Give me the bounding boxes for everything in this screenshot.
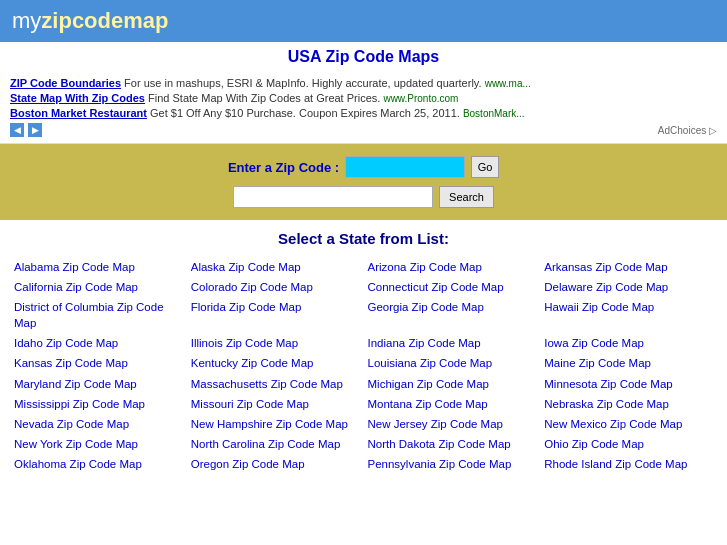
ad-next-button[interactable]: ▶ (28, 123, 42, 137)
state-link[interactable]: Oklahoma Zip Code Map (14, 456, 183, 472)
go-button[interactable]: Go (471, 156, 499, 178)
ad-desc-3: Get $1 Off Any $10 Purchase. Coupon Expi… (150, 107, 460, 119)
state-link[interactable]: Montana Zip Code Map (368, 396, 537, 412)
state-link[interactable]: Missouri Zip Code Map (191, 396, 360, 412)
main-content: Select a State from List: Alabama Zip Co… (0, 220, 727, 482)
state-link[interactable]: Nevada Zip Code Map (14, 416, 183, 432)
state-grid: Alabama Zip Code MapAlaska Zip Code MapA… (14, 259, 713, 472)
ad-area: ZIP Code Boundaries For use in mashups, … (0, 68, 727, 144)
state-link[interactable]: North Carolina Zip Code Map (191, 436, 360, 452)
state-link[interactable]: Maine Zip Code Map (544, 355, 713, 371)
logo-my: my (12, 8, 41, 33)
state-link[interactable]: Georgia Zip Code Map (368, 299, 537, 331)
search-input[interactable] (233, 186, 433, 208)
ad-desc-2: Find State Map With Zip Codes at Great P… (148, 92, 380, 104)
state-link[interactable]: Illinois Zip Code Map (191, 335, 360, 351)
page-title: USA Zip Code Maps (288, 48, 439, 65)
state-link[interactable]: Pennsylvania Zip Code Map (368, 456, 537, 472)
state-link[interactable]: Arkansas Zip Code Map (544, 259, 713, 275)
header: myzipcodemap (0, 0, 727, 42)
state-link[interactable]: Connecticut Zip Code Map (368, 279, 537, 295)
ad-desc-1: For use in mashups, ESRI & MapInfo. High… (124, 77, 481, 89)
zip-input[interactable] (345, 156, 465, 178)
state-link[interactable]: Massachusetts Zip Code Map (191, 376, 360, 392)
state-link[interactable]: Alabama Zip Code Map (14, 259, 183, 275)
state-link[interactable]: Louisiana Zip Code Map (368, 355, 537, 371)
state-link[interactable]: Mississippi Zip Code Map (14, 396, 183, 412)
ad-url-1: www.ma... (485, 78, 531, 89)
ad-row-3: Boston Market Restaurant Get $1 Off Any … (10, 107, 717, 119)
search-area: Enter a Zip Code : Go Search (0, 144, 727, 220)
state-link[interactable]: Maryland Zip Code Map (14, 376, 183, 392)
zip-row: Enter a Zip Code : Go (10, 156, 717, 178)
state-link[interactable]: Iowa Zip Code Map (544, 335, 713, 351)
state-link[interactable]: Rhode Island Zip Code Map (544, 456, 713, 472)
state-link[interactable]: California Zip Code Map (14, 279, 183, 295)
state-link[interactable]: Kentucky Zip Code Map (191, 355, 360, 371)
ad-row-1: ZIP Code Boundaries For use in mashups, … (10, 77, 717, 89)
ad-url-3: BostonMark... (463, 108, 525, 119)
ad-link-1[interactable]: ZIP Code Boundaries (10, 77, 121, 89)
ad-row-2: State Map With Zip Codes Find State Map … (10, 92, 717, 104)
state-link[interactable]: Alaska Zip Code Map (191, 259, 360, 275)
state-link[interactable]: Michigan Zip Code Map (368, 376, 537, 392)
state-link[interactable]: Nebraska Zip Code Map (544, 396, 713, 412)
logo-zip: zipcodemap (41, 8, 168, 33)
ad-link-3[interactable]: Boston Market Restaurant (10, 107, 147, 119)
state-link[interactable]: North Dakota Zip Code Map (368, 436, 537, 452)
zip-label: Enter a Zip Code : (228, 160, 339, 175)
section-title: Select a State from List: (14, 230, 713, 247)
state-link[interactable]: New York Zip Code Map (14, 436, 183, 452)
state-link[interactable]: Idaho Zip Code Map (14, 335, 183, 351)
state-link[interactable]: Ohio Zip Code Map (544, 436, 713, 452)
state-link[interactable]: Florida Zip Code Map (191, 299, 360, 331)
state-link[interactable]: New Jersey Zip Code Map (368, 416, 537, 432)
state-link[interactable]: New Mexico Zip Code Map (544, 416, 713, 432)
state-link[interactable]: Arizona Zip Code Map (368, 259, 537, 275)
state-link[interactable]: District of Columbia Zip Code Map (14, 299, 183, 331)
state-link[interactable]: Minnesota Zip Code Map (544, 376, 713, 392)
logo: myzipcodemap (12, 8, 168, 33)
state-link[interactable]: Kansas Zip Code Map (14, 355, 183, 371)
search-row: Search (10, 186, 717, 208)
ad-navigation: ◀ ▶ AdChoices ▷ (10, 123, 717, 137)
ad-url-2: www.Pronto.com (383, 93, 458, 104)
state-link[interactable]: Delaware Zip Code Map (544, 279, 713, 295)
state-link[interactable]: Indiana Zip Code Map (368, 335, 537, 351)
state-link[interactable]: New Hampshire Zip Code Map (191, 416, 360, 432)
ad-link-2[interactable]: State Map With Zip Codes (10, 92, 145, 104)
state-link[interactable]: Hawaii Zip Code Map (544, 299, 713, 331)
state-link[interactable]: Oregon Zip Code Map (191, 456, 360, 472)
ad-choices: AdChoices ▷ (658, 125, 717, 136)
state-link[interactable]: Colorado Zip Code Map (191, 279, 360, 295)
search-button[interactable]: Search (439, 186, 494, 208)
ad-prev-button[interactable]: ◀ (10, 123, 24, 137)
